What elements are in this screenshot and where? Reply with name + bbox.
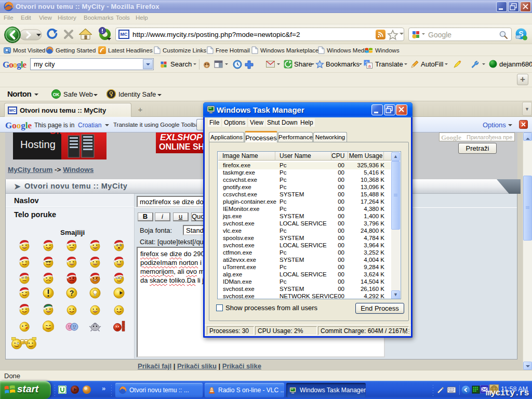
svg-text:?: ? — [70, 289, 74, 297]
svg-text:OK: OK — [53, 92, 60, 97]
svg-text:a: a — [368, 63, 371, 69]
